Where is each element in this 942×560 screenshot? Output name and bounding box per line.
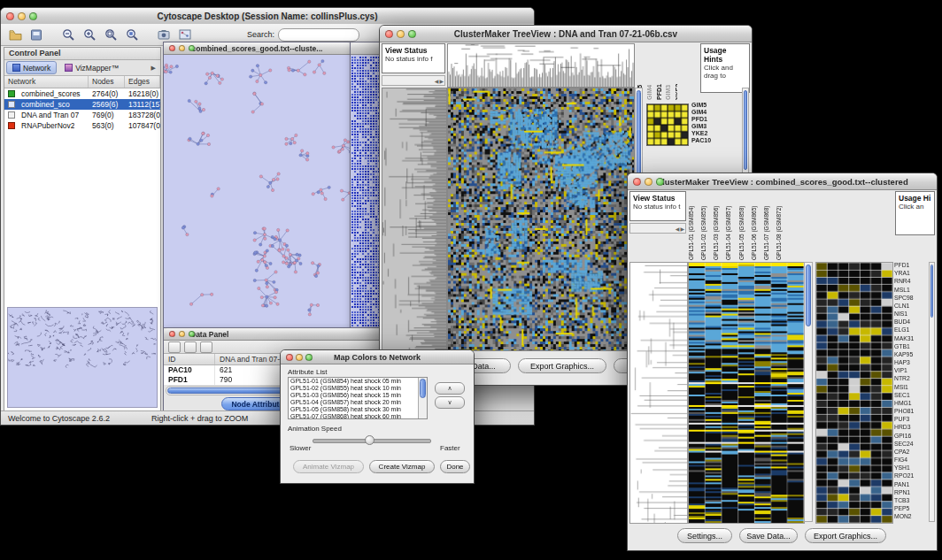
gene-label[interactable]: YSH1 bbox=[894, 464, 931, 472]
close-button[interactable] bbox=[6, 12, 14, 20]
col-nodes[interactable]: Nodes bbox=[89, 76, 125, 88]
slider-thumb[interactable] bbox=[365, 435, 374, 445]
network-frame-titlebar[interactable]: combined_scores_good.txt--cluste... bbox=[164, 42, 351, 55]
gene-label[interactable]: MSI1 bbox=[894, 384, 931, 392]
column-dendrogram-canvas[interactable] bbox=[447, 43, 635, 88]
maximize-button[interactable] bbox=[189, 45, 195, 51]
scroll-left-icon[interactable]: ◀ bbox=[676, 226, 680, 232]
column-header[interactable]: GPL51-08 (GSM872) bbox=[776, 189, 783, 260]
gene-label[interactable]: PFD1 bbox=[691, 116, 732, 123]
mini-hscrollbar[interactable]: ◀▶ bbox=[382, 75, 445, 86]
zoom-out-icon[interactable] bbox=[59, 27, 77, 43]
column-header[interactable]: GPL51-01 (GSM854) bbox=[688, 189, 695, 260]
gene-label[interactable]: PEP5 bbox=[894, 505, 931, 513]
global-vscrollbar[interactable] bbox=[804, 262, 813, 522]
overview-icon[interactable] bbox=[176, 27, 194, 43]
minimize-button[interactable] bbox=[397, 30, 405, 38]
maximize-button[interactable] bbox=[189, 331, 195, 337]
tab-network[interactable]: Network bbox=[6, 61, 57, 74]
column-header[interactable]: GPL51-02 (GSM855) bbox=[700, 189, 707, 260]
column-header[interactable]: GPL51-03 (GSM856) bbox=[713, 189, 720, 260]
dialog-titlebar[interactable]: Map Colors to Network bbox=[281, 350, 474, 364]
close-button[interactable] bbox=[286, 354, 293, 361]
attribute-item[interactable]: GPL51-01 (GSM854) heat shock 05 min bbox=[289, 378, 427, 385]
gene-label[interactable]: SEC24 bbox=[894, 441, 931, 449]
gene-label[interactable]: CLN1 bbox=[894, 303, 931, 311]
zoom-heatmap-canvas[interactable] bbox=[815, 262, 893, 524]
export-graphics-button[interactable]: Export Graphics... bbox=[518, 358, 606, 373]
treeview2-titlebar[interactable]: ClusterMaker TreeView : combined_scores_… bbox=[628, 173, 937, 190]
network-row[interactable]: RNAPuberNov2 563(0) 107847(0) bbox=[4, 120, 160, 131]
column-label[interactable]: GIM3 bbox=[665, 43, 673, 100]
export-icon[interactable] bbox=[27, 27, 45, 43]
row-dendrogram-canvas[interactable] bbox=[629, 262, 688, 524]
tab-overflow-arrow[interactable]: ▶ bbox=[151, 65, 158, 72]
background-network-canvas[interactable] bbox=[351, 55, 382, 327]
gene-label[interactable]: RPO21 bbox=[894, 472, 931, 480]
save-data-button[interactable]: Save Data... bbox=[739, 528, 798, 543]
data-panel-titlebar[interactable]: Data Panel bbox=[164, 328, 382, 341]
maximize-button[interactable] bbox=[29, 12, 37, 20]
done-button[interactable]: Done bbox=[440, 460, 470, 473]
network-overview-canvas[interactable] bbox=[8, 308, 157, 407]
gene-label[interactable]: SPC98 bbox=[894, 295, 931, 303]
gene-label[interactable]: ELG1 bbox=[894, 326, 931, 334]
scrollbar-thumb[interactable] bbox=[420, 379, 426, 398]
animate-vizmap-button[interactable]: Animate Vizmap bbox=[293, 460, 364, 473]
maximize-button[interactable] bbox=[408, 30, 416, 38]
attribute-listbox[interactable]: GPL51-01 (GSM854) heat shock 05 minGPL51… bbox=[288, 377, 428, 419]
background-frame-titlebar[interactable] bbox=[351, 42, 382, 55]
attribute-item[interactable]: GPL51-02 (GSM855) heat shock 10 min bbox=[289, 385, 427, 392]
attribute-item[interactable]: GPL51-04 (GSM857) heat shock 20 min bbox=[289, 399, 427, 406]
move-down-button[interactable]: ∨ bbox=[435, 396, 465, 409]
network-canvas[interactable] bbox=[164, 55, 351, 327]
column-header[interactable]: GPL51-04 (GSM857) bbox=[725, 189, 732, 260]
close-button[interactable] bbox=[169, 331, 175, 337]
gene-label[interactable]: SEC1 bbox=[894, 392, 931, 400]
scrollbar-thumb[interactable] bbox=[930, 265, 933, 318]
minimize-button[interactable] bbox=[18, 12, 26, 20]
create-vizmap-button[interactable]: Create Vizmap bbox=[369, 460, 435, 473]
gene-label[interactable]: GTB1 bbox=[894, 343, 931, 351]
gene-label[interactable]: YRA1 bbox=[894, 270, 931, 278]
columns-icon[interactable] bbox=[184, 341, 197, 353]
gene-label[interactable]: HMG1 bbox=[894, 400, 931, 408]
main-titlebar[interactable]: Cytoscape Desktop (Session Name: collins… bbox=[1, 8, 534, 25]
zoom-fit-icon[interactable] bbox=[102, 27, 120, 43]
tab-vizmapper[interactable]: VizMapper™ bbox=[58, 61, 125, 74]
col-network[interactable]: Network bbox=[4, 76, 89, 88]
minimize-button[interactable] bbox=[296, 354, 303, 361]
gene-label[interactable]: PHO81 bbox=[894, 408, 931, 416]
column-header[interactable]: GPL51-06 (GSM865) bbox=[751, 189, 758, 260]
gene-label[interactable]: PUF3 bbox=[894, 416, 931, 424]
delete-icon[interactable] bbox=[200, 341, 212, 353]
gene-label[interactable]: MSL1 bbox=[894, 287, 931, 295]
gene-label[interactable]: GIM4 bbox=[691, 109, 732, 116]
treeview1-titlebar[interactable]: ClusterMaker TreeView : DNA and Tran 07-… bbox=[380, 26, 752, 42]
gene-label[interactable]: MON2 bbox=[894, 513, 931, 521]
gene-label[interactable]: KAP95 bbox=[894, 351, 931, 359]
network-overview[interactable] bbox=[7, 307, 158, 408]
mini-hscrollbar[interactable]: ◀▶ bbox=[629, 223, 686, 234]
zoom-selected-icon[interactable] bbox=[123, 27, 141, 43]
row-dendrogram-canvas[interactable] bbox=[382, 88, 447, 351]
gene-label[interactable]: RPN1 bbox=[894, 489, 931, 497]
gene-label[interactable]: VIP1 bbox=[894, 367, 931, 375]
gene-label[interactable]: NTR2 bbox=[894, 375, 931, 383]
gene-label[interactable]: CPA2 bbox=[894, 449, 931, 456]
minimize-button[interactable] bbox=[179, 331, 185, 337]
gene-label[interactable]: PAC10 bbox=[691, 137, 732, 144]
heatmap-canvas[interactable] bbox=[447, 88, 635, 351]
scrollbar-thumb[interactable] bbox=[744, 90, 747, 170]
network-row[interactable]: DNA and Tran 07 769(0) 183728(0) bbox=[4, 110, 160, 120]
close-button[interactable] bbox=[633, 178, 641, 186]
zoom-in-icon[interactable] bbox=[81, 27, 98, 43]
maximize-button[interactable] bbox=[656, 178, 664, 186]
gene-label[interactable]: HRD3 bbox=[894, 424, 931, 432]
close-button[interactable] bbox=[385, 30, 393, 38]
attribute-item[interactable]: GPL51-05 (GSM858) heat shock 30 min bbox=[289, 406, 427, 413]
table-icon[interactable] bbox=[168, 341, 181, 353]
settings-button[interactable]: Settings... bbox=[677, 528, 732, 543]
snapshot-icon[interactable] bbox=[155, 27, 173, 43]
gene-label[interactable]: NIS1 bbox=[894, 311, 931, 318]
